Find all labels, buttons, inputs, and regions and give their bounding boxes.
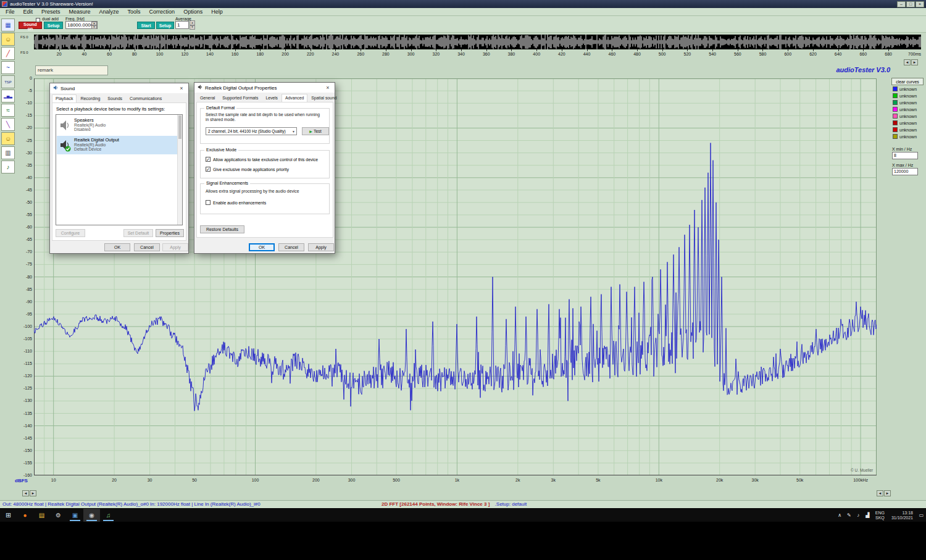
- device-row-speakers[interactable]: SpeakersRealtek(R) AudioDisabled: [57, 116, 178, 135]
- generator-smiley-icon[interactable]: ☺: [1, 33, 15, 46]
- properties-tab-general[interactable]: General: [196, 94, 219, 102]
- legend-item[interactable]: unknown: [893, 134, 917, 140]
- menu-edit[interactable]: Edit: [19, 9, 38, 15]
- taskbar-app-audiotester[interactable]: ◉: [83, 509, 100, 522]
- sweep-response-icon[interactable]: ╲: [1, 118, 15, 131]
- sound-tab-recording[interactable]: Recording: [77, 94, 104, 103]
- taskbar-clock[interactable]: 13:1831/10/2021: [888, 509, 917, 522]
- tray-chevron-icon[interactable]: ∧: [835, 509, 845, 522]
- sound-tab-playback[interactable]: Playback: [52, 94, 77, 103]
- properties-tab-levels[interactable]: Levels: [262, 94, 282, 102]
- language-indicator[interactable]: ENGSKQ: [872, 509, 888, 522]
- sound-cancel-button[interactable]: Cancel: [134, 243, 160, 251]
- legend-item[interactable]: unknown: [893, 93, 917, 99]
- scope-scroll-right-button[interactable]: ►: [911, 59, 918, 65]
- measure-setup-button[interactable]: Setup: [156, 22, 174, 29]
- default-format-select[interactable]: 2 channel, 24 bit, 44100 Hz (Studio Qual…: [206, 127, 297, 135]
- xy-plot-icon[interactable]: ╱: [1, 47, 15, 60]
- exclusive-control-checkbox[interactable]: ✓: [206, 157, 211, 162]
- start-button[interactable]: ⊞: [0, 509, 17, 522]
- freq-input[interactable]: 18000.0000 ▲ ▼: [65, 21, 98, 29]
- remark-field[interactable]: remark: [35, 65, 108, 75]
- properties-apply-button[interactable]: Apply: [308, 243, 334, 251]
- set-default-button[interactable]: Set Default: [123, 229, 153, 237]
- action-center-icon[interactable]: ▭: [917, 509, 926, 522]
- taskbar-app-media[interactable]: ♫: [100, 509, 117, 522]
- x-scroll-right2-button[interactable]: ►: [884, 490, 891, 496]
- legend-item[interactable]: unknown: [893, 86, 917, 93]
- freq-spinner[interactable]: ▲ ▼: [91, 22, 97, 28]
- spectrum-analyzer-icon[interactable]: ▂▅▃: [1, 90, 15, 102]
- scope-scroll-left-button[interactable]: ◄: [904, 59, 911, 65]
- close-button[interactable]: ×: [916, 1, 924, 7]
- close-icon[interactable]: ×: [323, 85, 332, 91]
- enable-enhancements-checkbox[interactable]: [206, 200, 211, 205]
- x-scroll-left-button[interactable]: ◄: [22, 490, 29, 496]
- device-row-realtek-digital-output[interactable]: Realtek Digital OutputRealtek(R) AudioDe…: [57, 136, 178, 154]
- legend-item[interactable]: unknown: [893, 127, 917, 133]
- properties-tab-advanced[interactable]: Advanced: [282, 94, 307, 102]
- legend-item[interactable]: unknown: [893, 120, 917, 127]
- tray-volume-icon[interactable]: ♪: [854, 509, 863, 522]
- menu-correction[interactable]: Correction: [145, 9, 180, 15]
- tray-pen-icon[interactable]: ✎: [845, 509, 854, 522]
- scrollbar-thumb[interactable]: [178, 115, 181, 139]
- taskbar-app-monitor[interactable]: ▣: [67, 509, 83, 522]
- spin-up-icon[interactable]: ▲: [190, 20, 195, 25]
- properties-tab-supported-formats[interactable]: Supported Formats: [219, 94, 262, 102]
- restore-defaults-button[interactable]: Restore Defaults: [200, 225, 244, 233]
- firefox-icon[interactable]: ●: [17, 509, 33, 522]
- sound-on-button[interactable]: Sound on: [19, 22, 42, 29]
- properties-dialog-titlebar[interactable]: Realtek Digital Output Properties ×: [194, 83, 335, 93]
- exclusive-priority-checkbox[interactable]: ✓: [206, 167, 211, 172]
- notes-tool-icon[interactable]: ♪: [1, 161, 15, 173]
- menu-options[interactable]: Options: [179, 9, 207, 15]
- spin-down-icon[interactable]: ▼: [91, 25, 97, 29]
- legend-item[interactable]: unknown: [893, 100, 917, 106]
- menu-help[interactable]: Help: [207, 9, 227, 15]
- sound-dialog-titlebar[interactable]: Sound ×: [50, 83, 188, 93]
- tsp-tool-button[interactable]: TSP: [1, 75, 15, 88]
- average-spinner[interactable]: ▲ ▼: [190, 20, 195, 30]
- sound-tab-sounds[interactable]: Sounds: [104, 94, 126, 103]
- menu-presets[interactable]: Presets: [37, 9, 65, 15]
- menu-analyze[interactable]: Analyze: [95, 9, 123, 15]
- tray-network-icon[interactable]: ▟: [863, 509, 872, 522]
- start-measure-button[interactable]: Start: [137, 22, 155, 29]
- sound-apply-button[interactable]: Apply: [162, 243, 188, 251]
- properties-tab-spatial-sound[interactable]: Spatial sound: [307, 94, 340, 102]
- legend-item[interactable]: unknown: [893, 114, 917, 120]
- legend-item[interactable]: unknown: [893, 107, 917, 113]
- device-list[interactable]: SpeakersRealtek(R) AudioDisabledRealtek …: [56, 114, 183, 225]
- file-explorer-icon[interactable]: ▤: [33, 509, 50, 522]
- configure-button[interactable]: Configure: [56, 229, 85, 237]
- clear-curves-button[interactable]: clear curves: [891, 78, 924, 85]
- properties-button[interactable]: Properties: [156, 229, 184, 237]
- xmin-input[interactable]: 8: [892, 152, 918, 159]
- menu-file[interactable]: File: [1, 9, 19, 15]
- sound-ok-button[interactable]: OK: [104, 243, 130, 251]
- settings-gear-icon[interactable]: ⚙: [50, 509, 67, 522]
- x-scroll-right-button[interactable]: ◄: [877, 490, 883, 496]
- menu-tools[interactable]: Tools: [123, 9, 145, 15]
- dual-add-checkbox[interactable]: [36, 18, 40, 22]
- sound-setup-button[interactable]: Setup: [44, 22, 63, 29]
- device-list-scrollbar[interactable]: [177, 115, 182, 225]
- menu-measure[interactable]: Measure: [65, 9, 95, 15]
- level-meter-icon[interactable]: ▥: [1, 146, 15, 159]
- sound-tab-communications[interactable]: Communications: [126, 94, 165, 103]
- properties-cancel-button[interactable]: Cancel: [278, 243, 304, 251]
- xmax-input[interactable]: 120000: [892, 168, 918, 175]
- distortion-analyzer-icon[interactable]: ≈: [1, 104, 15, 117]
- properties-ok-button[interactable]: OK: [249, 243, 275, 251]
- maximize-button[interactable]: □: [906, 1, 915, 7]
- sine-wave-icon[interactable]: ~: [1, 61, 15, 74]
- close-icon[interactable]: ×: [177, 85, 186, 91]
- test-button[interactable]: ▶Test: [302, 127, 329, 135]
- generator2-smiley-icon[interactable]: ☺: [1, 132, 15, 145]
- x-scroll-left2-button[interactable]: ►: [30, 490, 36, 496]
- spin-down-icon[interactable]: ▼: [190, 25, 195, 30]
- average-input[interactable]: 1: [175, 21, 189, 29]
- minimize-button[interactable]: –: [897, 1, 906, 7]
- scope-display-icon[interactable]: ▦: [1, 19, 15, 31]
